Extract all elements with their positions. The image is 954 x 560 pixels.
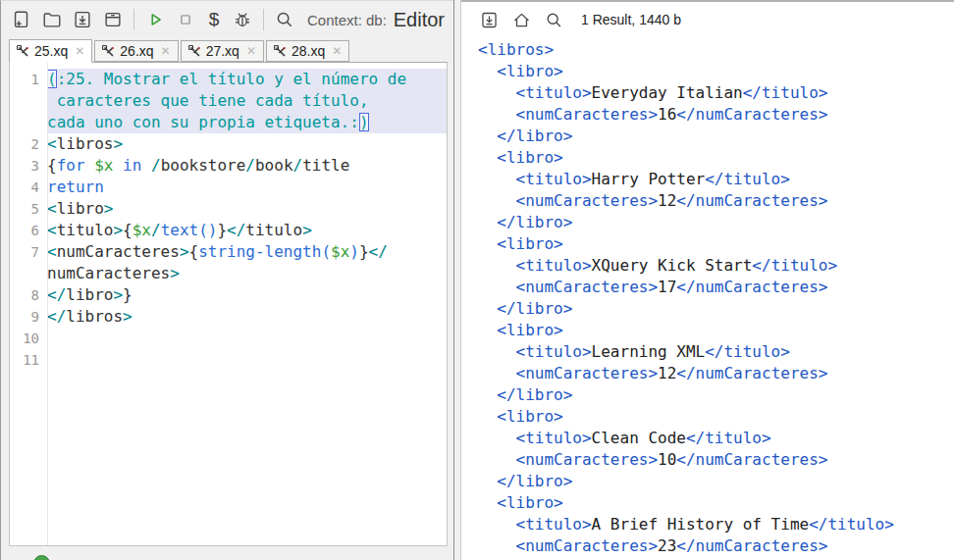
result-line: <titulo>A Brief History of Time</titulo> [478, 514, 954, 535]
profile-dollar-icon[interactable]: $ [204, 8, 224, 31]
line-number: 2 [10, 133, 47, 155]
result-line: <titulo>XQuery Kick Start</titulo> [478, 255, 954, 277]
result-line: <numCaracteres>16</numCaracteres> [478, 104, 954, 126]
result-line: </libro> [478, 471, 954, 492]
tab-27.xq[interactable]: 27.xq✕ [181, 40, 264, 62]
editor-rows: 1(:25. Mostrar el título y el número de … [10, 69, 447, 371]
result-toolbar: 1 Result, 1440 b [461, 2, 954, 37]
stop-icon[interactable] [174, 8, 197, 31]
result-line: <libro> [478, 147, 954, 169]
xquery-file-icon [274, 45, 287, 58]
result-line: </libro> [478, 126, 954, 147]
editor-row: 11 [10, 349, 447, 371]
line-number [10, 90, 47, 112]
xquery-file-icon [188, 45, 201, 58]
result-line: <libro> [478, 233, 954, 255]
result-line: <libros> [478, 39, 954, 61]
xquery-file-icon [102, 45, 115, 58]
editor-row: numCaracteres> [10, 263, 447, 284]
editor-line: {for $x in /bookstore/book/title [47, 155, 447, 177]
line-number: 8 [10, 284, 47, 306]
line-number: 5 [10, 198, 47, 220]
home-icon[interactable] [509, 8, 533, 31]
context-label: Context: db:get("... [307, 12, 387, 28]
result-view[interactable]: <libros> <libro> <titulo>Everyday Italia… [461, 37, 954, 560]
result-line: <libro> [478, 61, 954, 82]
editor-line: <titulo>{$x/text()}</titulo> [47, 220, 447, 241]
tab-label: 27.xq [206, 43, 239, 59]
tab-label: 26.xq [120, 43, 153, 59]
result-line: <numCaracteres>12</numCaracteres> [478, 363, 954, 384]
search-icon[interactable] [273, 8, 296, 31]
result-panel: 1 Result, 1440 b <libros> <libro> <titul… [461, 0, 954, 560]
basex-window: $ Context: db:get("... Editor 25.xq✕26.x… [0, 0, 954, 560]
editor-row: 8</libro>} [10, 284, 447, 306]
editor-line: numCaracteres> [47, 263, 447, 284]
result-line: </libro> [478, 212, 954, 233]
search-result-icon[interactable] [542, 8, 565, 31]
code-editor[interactable]: 1(:25. Mostrar el título y el número de … [9, 62, 448, 546]
result-line: <titulo>Clean Code</titulo> [478, 428, 954, 449]
editor-line: </libro>} [47, 284, 447, 306]
editor-line: <numCaracteres>{string-length($x)}</ [47, 241, 447, 263]
tab-label: 28.xq [292, 43, 325, 59]
result-line: <libro> [478, 320, 954, 341]
editor-line: <libro> [47, 198, 447, 220]
editor-row: 7<numCaracteres>{string-length($x)}</ [10, 241, 447, 263]
line-number: 1 [10, 69, 47, 90]
line-number [10, 112, 47, 133]
tab-close-icon[interactable]: ✕ [161, 44, 171, 58]
result-line: </libro> [478, 384, 954, 406]
tab-26.xq[interactable]: 26.xq✕ [94, 40, 178, 62]
editor-line: (:25. Mostrar el título y el número de [47, 69, 447, 90]
line-number: 9 [10, 306, 47, 328]
result-line: <numCaracteres>23</numCaracteres> [478, 535, 954, 557]
save-result-icon[interactable] [477, 8, 501, 31]
editor-row: cada uno con su propia etiqueta.:) [10, 112, 447, 133]
result-line: <numCaracteres>17</numCaracteres> [478, 277, 954, 298]
editor-row: 10 [10, 328, 447, 349]
line-number: 11 [10, 349, 47, 371]
open-folder-icon[interactable] [40, 8, 64, 31]
editor-line: <libros> [47, 133, 447, 155]
line-number: 3 [10, 155, 47, 177]
editor-panel-title: Editor [394, 9, 445, 31]
archive-box-icon[interactable] [101, 8, 125, 31]
editor-line: caracteres que tiene cada título, [47, 90, 447, 112]
run-icon[interactable] [143, 8, 167, 31]
editor-line [47, 328, 447, 349]
result-line: <titulo>Learning XML</titulo> [478, 341, 954, 363]
editor-row: 4return [10, 177, 447, 198]
debug-bug-icon[interactable] [231, 8, 254, 31]
result-line: <titulo>Harry Potter</titulo> [478, 169, 954, 190]
editor-toolbar: $ Context: db:get("... Editor [1, 1, 453, 38]
panel-splitter[interactable] [453, 0, 461, 560]
save-icon[interactable] [71, 8, 94, 31]
editor-row: 5<libro> [10, 198, 447, 220]
status-ok-icon [33, 555, 50, 560]
editor-line [47, 349, 447, 371]
line-number: 10 [10, 328, 47, 349]
editor-line: </libros> [47, 306, 447, 328]
tab-close-icon[interactable]: ✕ [332, 44, 342, 58]
xquery-file-icon [17, 45, 29, 58]
result-line: <titulo>Everyday Italian</titulo> [478, 82, 954, 104]
toolbar-separator [263, 9, 264, 30]
line-number: 6 [10, 220, 47, 241]
tab-25.xq[interactable]: 25.xq✕ [9, 39, 92, 63]
result-line: </libro> [478, 298, 954, 320]
tab-close-icon[interactable]: ✕ [75, 44, 84, 58]
editor-row: 6<titulo>{$x/text()}</titulo> [10, 220, 447, 241]
new-file-icon[interactable] [10, 8, 33, 31]
editor-panel: $ Context: db:get("... Editor 25.xq✕26.x… [0, 0, 453, 560]
tab-close-icon[interactable]: ✕ [246, 44, 256, 58]
editor-row: 3{for $x in /bookstore/book/title [10, 155, 447, 177]
tab-28.xq[interactable]: 28.xq✕ [266, 40, 349, 62]
editor-line: cada uno con su propia etiqueta.:) [47, 112, 447, 133]
line-number: 4 [10, 177, 47, 198]
toolbar-separator [133, 9, 134, 30]
result-line: <numCaracteres>10</numCaracteres> [478, 449, 954, 471]
result-line: <libro> [478, 406, 954, 428]
editor-status-bar [1, 546, 453, 560]
editor-line: return [47, 177, 447, 198]
